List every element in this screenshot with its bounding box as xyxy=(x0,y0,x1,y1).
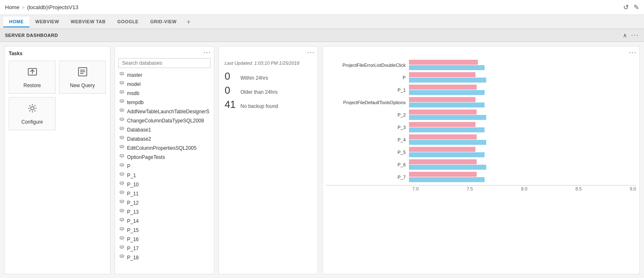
chart-axis-label: 7.0 xyxy=(412,186,419,191)
configure-task[interactable]: Configure xyxy=(9,97,56,130)
database-item[interactable]: P_1 xyxy=(115,171,214,180)
databases-menu-icon[interactable]: ··· xyxy=(203,49,211,56)
chart-axis-label: 8.5 xyxy=(575,186,582,191)
tab-webview[interactable]: WEBVIEW xyxy=(29,17,65,27)
bar-pink xyxy=(409,72,475,77)
backup-content: Last Updated: 1:03:10 PM 1/25/2018 0With… xyxy=(219,56,318,274)
database-item[interactable]: msdb xyxy=(115,89,214,98)
database-icon xyxy=(119,200,125,206)
database-item[interactable]: P_16 xyxy=(115,235,214,244)
database-name: Database1 xyxy=(127,127,151,133)
database-name: P_18 xyxy=(127,255,139,261)
restore-icon xyxy=(27,66,38,80)
database-item[interactable]: P_10 xyxy=(115,180,214,189)
database-icon xyxy=(119,72,125,78)
backup-menu-icon[interactable]: ··· xyxy=(307,49,315,56)
database-item[interactable]: P xyxy=(115,162,214,171)
chart-content: ProjectFileErrorListDoubleClickPP_1Proje… xyxy=(323,56,639,274)
database-name: model xyxy=(127,81,141,87)
database-icon xyxy=(119,81,125,88)
add-tab-button[interactable]: + xyxy=(182,17,194,27)
tab-webview-tab[interactable]: WEBVIEW TAB xyxy=(65,17,111,27)
chart-row-label: P_7 xyxy=(326,175,409,180)
collapse-icon[interactable]: ∧ xyxy=(623,32,627,39)
database-icon xyxy=(119,245,125,252)
top-bar: Home > (localdb)\ProjectsV13 ↺ ✎ xyxy=(0,0,644,15)
chart-panel: ··· ProjectFileErrorListDoubleClickPP_1P… xyxy=(322,46,640,274)
bar-pink xyxy=(409,97,475,102)
chart-row-label: P_5 xyxy=(326,150,409,155)
database-icon xyxy=(119,117,125,124)
database-name: tempdb xyxy=(127,100,144,105)
database-icon xyxy=(119,90,125,97)
database-item[interactable]: ChangeColumnDataTypeSQL2008 xyxy=(115,116,214,125)
database-name: OptionPageTests xyxy=(127,154,165,160)
database-item[interactable]: model xyxy=(115,80,214,89)
backup-panel-header: ··· xyxy=(219,46,318,56)
chart-row-label: P_1 xyxy=(326,88,409,93)
new-query-icon xyxy=(77,66,88,80)
bar-blue xyxy=(409,102,485,107)
chart-row-label: ProjectFileErrorListDoubleClick xyxy=(326,63,409,68)
new-query-label: New Query xyxy=(70,83,95,88)
bar-pink xyxy=(409,134,477,139)
search-input[interactable] xyxy=(118,58,211,68)
database-item[interactable]: tempdb xyxy=(115,98,214,107)
database-name: master xyxy=(127,72,142,78)
database-name: P_10 xyxy=(127,182,139,188)
database-icon xyxy=(119,227,125,234)
section-menu-icon[interactable]: ··· xyxy=(631,32,639,39)
backup-number: 0 xyxy=(225,85,237,96)
database-icon xyxy=(119,127,125,133)
backup-stat: 41No backup found xyxy=(225,99,312,110)
database-name: P_17 xyxy=(127,246,139,251)
chart-row-label: P_6 xyxy=(326,162,409,167)
backup-stat: 0Older than 24hrs xyxy=(225,85,312,96)
section-header: SERVER DASHBOARD ∧ ··· xyxy=(0,29,644,42)
database-name: P_16 xyxy=(127,237,139,242)
database-item[interactable]: EditColumnPropertiesSQL2005 xyxy=(115,144,214,153)
refresh-icon[interactable]: ↺ xyxy=(623,3,629,11)
bar-blue xyxy=(409,78,486,83)
database-item[interactable]: P_15 xyxy=(115,226,214,235)
chart-axis: 7.07.58.08.59.0 xyxy=(326,185,636,191)
breadcrumb-home[interactable]: Home xyxy=(5,4,20,10)
bar-blue xyxy=(409,177,485,182)
restore-task[interactable]: Restore xyxy=(9,61,56,94)
database-item[interactable]: P_13 xyxy=(115,207,214,217)
bar-pink xyxy=(409,172,477,177)
database-item[interactable]: P_12 xyxy=(115,198,214,207)
tabs-bar: HOMEWEBVIEWWEBVIEW TABGOOGLEGRID-VIEW + xyxy=(0,15,644,29)
database-item[interactable]: P_18 xyxy=(115,253,214,262)
tasks-grid: Restore New Query xyxy=(9,61,106,130)
new-query-task[interactable]: New Query xyxy=(59,61,106,94)
backup-last-updated: Last Updated: 1:03:10 PM 1/25/2018 xyxy=(225,61,312,66)
database-item[interactable]: master xyxy=(115,71,214,80)
database-item[interactable]: Database1 xyxy=(115,125,214,134)
database-icon xyxy=(119,163,125,170)
tasks-title: Tasks xyxy=(9,51,106,56)
tab-google[interactable]: GOOGLE xyxy=(111,17,144,27)
database-item[interactable]: P_14 xyxy=(115,217,214,226)
database-icon xyxy=(119,236,125,243)
tab-grid-view[interactable]: GRID-VIEW xyxy=(144,17,183,27)
database-item[interactable]: P_11 xyxy=(115,189,214,198)
database-item[interactable]: Database2 xyxy=(115,134,214,144)
restore-label: Restore xyxy=(23,83,41,88)
databases-panel-header: ··· xyxy=(115,46,214,56)
database-name: P_12 xyxy=(127,200,139,206)
backup-description: Older than 24hrs xyxy=(240,89,277,95)
chart-axis-label: 7.5 xyxy=(467,186,473,191)
bar-group xyxy=(409,159,636,170)
tasks-panel: Tasks Restore xyxy=(4,46,110,274)
database-item[interactable]: AddNewTableLaunchTableDesignerS xyxy=(115,107,214,116)
edit-icon[interactable]: ✎ xyxy=(634,3,639,11)
chart-menu-icon[interactable]: ··· xyxy=(629,49,637,56)
bar-blue xyxy=(409,90,485,95)
backup-stats: 0Within 24hrs0Older than 24hrs41No backu… xyxy=(225,71,312,110)
database-item[interactable]: P_17 xyxy=(115,244,214,253)
database-icon xyxy=(119,145,125,151)
database-item[interactable]: OptionPageTests xyxy=(115,153,214,162)
tab-home[interactable]: HOME xyxy=(3,17,29,27)
chart-row: ProjectFileErrorListDoubleClick xyxy=(326,60,636,70)
